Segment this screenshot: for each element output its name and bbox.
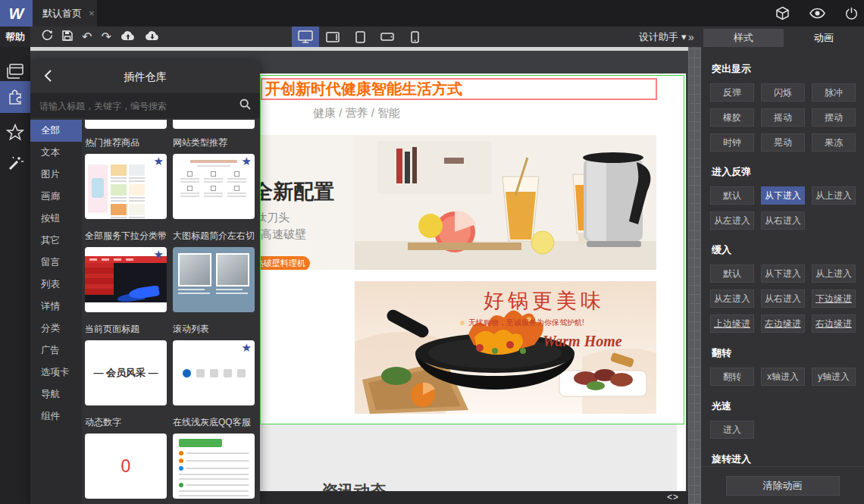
tab-animation[interactable]: 动画 [784,29,864,47]
plugin-card[interactable]: ★ [173,154,255,219]
animation-button[interactable]: 翻转 [710,368,754,386]
plugin-search-input[interactable] [30,101,239,111]
animation-section: 翻转翻转x轴进入y轴进入 [710,346,864,386]
device-laptop-button[interactable] [319,27,346,47]
hero-left-button[interactable]: 热破壁料理机 [260,256,310,270]
device-desktop-button[interactable] [292,27,319,47]
plugin-card[interactable]: — 会员风采 — [85,340,167,405]
category-item-7[interactable]: 列表 [30,274,82,296]
category-item-13[interactable]: 组件 [30,405,82,427]
code-view-icon[interactable]: <> [667,492,679,502]
animation-button[interactable]: 晃动 [761,133,805,152]
clear-animation-button[interactable]: 清除动画 [726,476,840,496]
plugin-item: 全部服务下拉分类带...★ [85,230,167,312]
wok-banner-image[interactable]: 好锅更美味 无忧购物，至诚服务为你保驾护航! Warm Home [355,281,656,414]
device-tablet-portrait-button[interactable] [346,27,374,47]
category-item-10[interactable]: 广告 [30,340,82,362]
star-badge-icon[interactable]: ★ [242,341,252,355]
animation-button[interactable]: 从上进入 [812,186,856,205]
help-button[interactable]: 帮助 [0,27,30,47]
save-icon[interactable] [62,30,73,44]
star-badge-icon[interactable]: ★ [154,248,164,261]
animation-button[interactable]: 果冻 [812,133,856,152]
search-icon[interactable] [239,99,251,113]
page-canvas[interactable]: 开创新时代健康智能生活方式 健康 / 营养 / 智能 全新配置 钛刀头 分高速破… [260,74,686,491]
star-badge-icon[interactable]: ★ [154,155,164,168]
animation-button[interactable]: 上边缘进 [710,315,754,333]
plugin-label: 热门推荐商品 [85,136,167,149]
animation-button[interactable]: x轴进入 [761,368,805,386]
category-item-1[interactable]: 文本 [30,142,82,164]
animation-button[interactable]: 时钟 [710,133,754,152]
plugin-card-partial[interactable] [173,120,255,129]
plugin-search-bar [30,93,260,118]
vertical-scrollbar[interactable] [688,47,701,504]
sidebar-item-favorites[interactable] [0,117,30,149]
animation-button[interactable]: 右边缘进 [812,315,856,333]
cloud-download-icon[interactable] [145,30,160,44]
page-tab[interactable]: 默认首页 × [33,0,97,27]
collapse-chevron-icon[interactable]: » [688,27,694,47]
animation-button[interactable]: 从左进入 [710,290,754,308]
star-badge-icon[interactable]: ★ [242,155,252,168]
category-item-5[interactable]: 其它 [30,230,82,252]
animation-button[interactable]: 从上进入 [812,265,856,283]
power-icon[interactable] [845,7,858,20]
hero-left-block[interactable]: 全新配置 钛刀头 分高速破壁 热破壁料理机 [260,135,355,270]
animation-button[interactable]: 从下进入 [761,265,805,283]
animation-button[interactable]: 反弹 [710,83,754,102]
animation-button[interactable]: 脉冲 [812,83,856,102]
page-lower-section[interactable]: 资讯动态 [260,424,677,491]
plugin-card-partial[interactable] [85,120,167,129]
animation-button[interactable]: y轴进入 [812,368,856,386]
design-assistant-dropdown[interactable]: 设计助手 ▾ [639,27,687,47]
plugin-card[interactable]: ★ [85,247,167,312]
category-item-4[interactable]: 按钮 [30,208,82,230]
hero-subtitle[interactable]: 健康 / 营养 / 智能 [313,106,400,121]
category-item-8[interactable]: 详情 [30,296,82,318]
plugin-card[interactable] [173,434,255,499]
cloud-upload-icon[interactable] [121,30,136,44]
tab-style[interactable]: 样式 [703,29,784,47]
category-item-0[interactable]: 全部 [30,120,82,142]
animation-button[interactable]: 从左进入 [710,211,754,230]
plugin-card[interactable] [173,247,255,312]
animation-button[interactable]: 闪烁 [761,83,805,102]
app-logo[interactable]: W [0,0,33,27]
back-chevron-icon[interactable] [44,70,52,85]
animation-button[interactable]: 默认 [710,265,754,283]
refresh-icon[interactable] [42,30,53,44]
device-phone-landscape-button[interactable] [374,27,401,47]
animation-button[interactable]: 橡胶 [710,108,754,127]
animation-button[interactable]: 从右进入 [761,290,805,308]
animation-button[interactable]: 左边缘进 [761,315,805,333]
category-item-2[interactable]: 图片 [30,164,82,186]
hero-title-textbox[interactable]: 开创新时代健康智能生活方式 [261,78,657,100]
animation-button[interactable]: 默认 [710,186,754,205]
preview-eye-icon[interactable] [809,8,825,19]
sidebar-item-plugins[interactable] [0,81,30,113]
plugin-card[interactable]: ★ [85,154,167,219]
undo-icon[interactable]: ↶ [82,31,92,43]
animation-button[interactable]: 进入 [710,421,754,439]
animation-button[interactable]: 摇动 [761,108,805,127]
news-section-heading[interactable]: 资讯动态 [322,481,386,491]
device-phone-portrait-button[interactable] [401,27,428,47]
category-item-11[interactable]: 选项卡 [30,362,82,383]
category-item-6[interactable]: 留言 [30,252,82,274]
plugin-card[interactable]: ★ [173,340,255,405]
animation-section: 光速进入 [710,399,864,439]
animation-button[interactable]: 从右进入 [761,211,805,230]
category-item-3[interactable]: 画廊 [30,186,82,208]
redo-icon[interactable]: ↷ [101,31,111,43]
components-cube-icon[interactable] [775,6,790,20]
category-item-12[interactable]: 导航 [30,383,82,405]
animation-button[interactable]: 摆动 [812,108,856,127]
tab-close-icon[interactable]: × [89,8,95,19]
animation-button[interactable]: 下边缘进 [812,290,856,308]
animation-button[interactable]: 从下进入 [761,186,805,205]
sidebar-item-magic-wand[interactable] [0,149,30,181]
category-item-9[interactable]: 分类 [30,318,82,340]
kettle-product-image[interactable] [355,135,656,270]
plugin-card[interactable]: 0 [85,434,167,499]
